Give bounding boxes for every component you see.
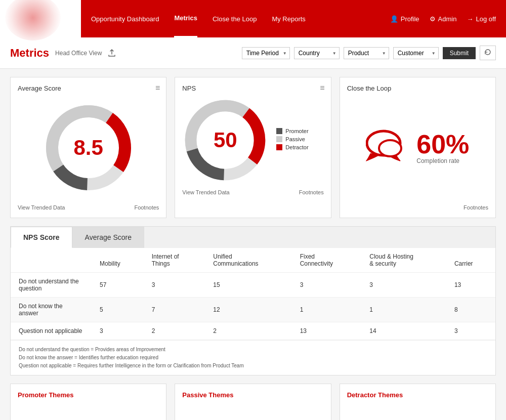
table-cell: 13 xyxy=(292,322,362,340)
passive-dot xyxy=(276,136,282,142)
nav-logoff-label: Log off xyxy=(476,15,496,23)
table-cell: 3 xyxy=(446,322,495,340)
nav-admin-label: Admin xyxy=(438,15,457,23)
top-cards: Average Score ≡ 8.5 xyxy=(10,77,496,218)
nav-opportunity-dashboard[interactable]: Opportunity Dashboard xyxy=(91,1,159,37)
country-select-wrapper: Country xyxy=(294,47,340,59)
table-row: Do not know the answer5712118 xyxy=(11,298,495,322)
footnote-3: Question not applicable = Requires furth… xyxy=(19,362,487,370)
row-label: Question not applicable xyxy=(11,322,92,340)
time-period-select-wrapper: Time Period xyxy=(242,47,290,59)
upload-icon[interactable] xyxy=(108,49,116,57)
head-office-view: Head Office View xyxy=(55,50,102,57)
table-header-row: Mobility Internet ofThings UnifiedCommun… xyxy=(11,248,495,273)
col-fixed: FixedConnectivity xyxy=(292,248,362,273)
nps-footer: View Trended Data Footnotes xyxy=(182,189,323,195)
detractor-themes-card: Detractor Themes xyxy=(340,384,496,420)
customer-select-wrapper: Customer xyxy=(393,47,439,59)
table-cell: 1 xyxy=(292,298,362,322)
row-label: Do not understand the question xyxy=(11,273,92,298)
promoter-themes-title: Promoter Themes xyxy=(18,391,159,399)
nps-value: 50 xyxy=(214,128,237,152)
logo-area xyxy=(0,0,81,37)
ctl-card: Close the Loop 60% Completion rate Footn… xyxy=(340,77,496,218)
table-cell: 15 xyxy=(205,273,291,298)
nav-my-reports[interactable]: My Reports xyxy=(272,1,305,37)
ctl-percent: 60% xyxy=(416,131,469,157)
tabs-header: NPS Score Average Score xyxy=(11,227,495,248)
customer-select[interactable]: Customer xyxy=(393,47,439,59)
avg-score-card: Average Score ≡ 8.5 xyxy=(10,77,166,218)
nav-profile[interactable]: 👤 Profile xyxy=(390,15,419,23)
legend-promoter: Promoter xyxy=(276,128,308,134)
ctl-info: 60% Completion rate xyxy=(416,131,469,164)
table-cell: 57 xyxy=(92,273,144,298)
product-select[interactable]: Product xyxy=(344,47,389,59)
tab-content: Mobility Internet ofThings UnifiedCommun… xyxy=(11,248,495,375)
nav-links: Opportunity Dashboard Metrics Close the … xyxy=(91,0,390,37)
table-cell: 3 xyxy=(92,322,144,340)
table-cell: 2 xyxy=(205,322,291,340)
ctl-footer: Footnotes xyxy=(347,204,488,211)
detractor-label: Detractor xyxy=(285,144,308,150)
col-row-label xyxy=(11,248,92,273)
table-cell: 3 xyxy=(361,273,446,298)
promoter-dot xyxy=(276,128,282,134)
row-label: Do not know the answer xyxy=(11,298,92,322)
main-content: Average Score ≡ 8.5 xyxy=(0,69,506,420)
nav-admin[interactable]: ⚙ Admin xyxy=(430,15,457,23)
nps-footnotes[interactable]: Footnotes xyxy=(299,189,324,195)
col-iot: Internet ofThings xyxy=(144,248,205,273)
chat-bubble-icon xyxy=(366,129,406,167)
table-cell: 8 xyxy=(446,298,495,322)
table-cell: 1 xyxy=(361,298,446,322)
submit-button[interactable]: Submit xyxy=(443,47,476,59)
passive-themes-card: Passive Themes xyxy=(175,384,331,420)
avg-score-value: 8.5 xyxy=(73,136,103,160)
col-unified: UnifiedCommunications xyxy=(205,248,291,273)
nav-metrics[interactable]: Metrics xyxy=(174,0,197,37)
table-cell: 3 xyxy=(292,273,362,298)
table-cell: 13 xyxy=(446,273,495,298)
svg-point-9 xyxy=(379,140,401,156)
table-cell: 14 xyxy=(361,322,446,340)
page-header: Metrics Head Office View Time Period Cou… xyxy=(0,37,506,69)
table-cell: 7 xyxy=(144,298,205,322)
table-footnotes: Do not understand the question = Provide… xyxy=(11,340,495,375)
navigation: Opportunity Dashboard Metrics Close the … xyxy=(0,0,506,37)
time-period-select[interactable]: Time Period xyxy=(242,47,290,59)
table-cell: 5 xyxy=(92,298,144,322)
footnote-2: Do not know the answer = Identifies furt… xyxy=(19,354,487,362)
avg-score-footnotes[interactable]: Footnotes xyxy=(134,204,159,211)
filter-area: Time Period Country Product Customer Sub… xyxy=(242,46,496,60)
country-select[interactable]: Country xyxy=(294,47,340,59)
exit-icon: → xyxy=(467,15,473,23)
nav-right: 👤 Profile ⚙ Admin → Log off xyxy=(390,15,496,23)
nps-donut-wrapper: 50 xyxy=(182,97,268,183)
nps-card: NPS ≡ 50 xyxy=(175,77,331,218)
footnote-1: Do not understand the question = Provide… xyxy=(19,346,487,354)
tabs-section: NPS Score Average Score Mobility Interne… xyxy=(10,226,496,375)
person-icon: 👤 xyxy=(390,15,398,23)
avg-score-view-trended[interactable]: View Trended Data xyxy=(18,204,65,211)
product-select-wrapper: Product xyxy=(344,47,389,59)
table-body: Do not understand the question573153313D… xyxy=(11,273,495,340)
detractor-dot xyxy=(276,144,282,150)
table-cell: 12 xyxy=(205,298,291,322)
logo-blob xyxy=(5,0,61,40)
nav-close-the-loop[interactable]: Close the Loop xyxy=(213,1,257,37)
promoter-themes-card: Promoter Themes xyxy=(10,384,166,420)
gear-icon: ⚙ xyxy=(430,15,436,23)
avg-score-menu[interactable]: ≡ xyxy=(155,83,160,93)
tab-nps-score[interactable]: NPS Score xyxy=(11,227,72,248)
ctl-footnotes[interactable]: Footnotes xyxy=(463,204,488,211)
tab-average-score[interactable]: Average Score xyxy=(72,227,144,248)
nps-card-inner: 50 Promoter Passive Detractor xyxy=(182,97,323,183)
nps-view-trended[interactable]: View Trended Data xyxy=(182,189,229,195)
nps-menu[interactable]: ≡ xyxy=(320,83,324,93)
avg-score-footer: View Trended Data Footnotes xyxy=(18,204,159,211)
nav-logoff[interactable]: → Log off xyxy=(467,15,496,23)
table-row: Question not applicable32213143 xyxy=(11,322,495,340)
refresh-button[interactable] xyxy=(480,46,496,60)
legend-passive: Passive xyxy=(276,136,308,142)
